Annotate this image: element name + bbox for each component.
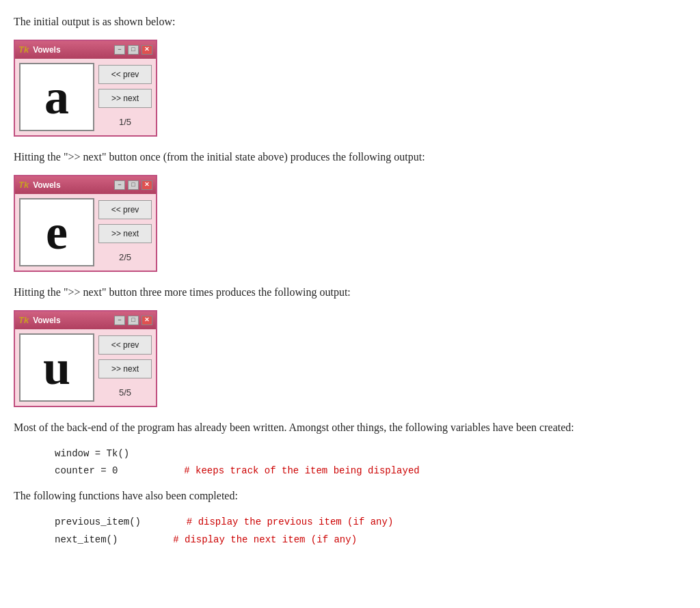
body-2: e << prev >> next 2/5 (15, 194, 156, 271)
window-1: Tk Vowels − □ ✕ a << prev >> next 1/5 (14, 40, 157, 137)
prev-btn-1[interactable]: << prev (98, 65, 152, 84)
code-next-comment: # display the next item (if any) (173, 534, 357, 545)
window-2: Tk Vowels − □ ✕ e << prev >> next 2/5 (14, 175, 157, 272)
minimize-btn-2[interactable]: − (114, 180, 125, 190)
code-counter-statement: counter = 0 (55, 465, 118, 476)
intro-text: The initial output is as shown below: (14, 14, 686, 30)
code-window-statement: window = Tk() (55, 448, 129, 459)
code-counter-comment: # keeps track of the item being displaye… (184, 465, 419, 476)
close-btn-3[interactable]: ✕ (142, 316, 152, 325)
body-3: u << prev >> next 5/5 (15, 329, 156, 406)
code-line-prev: previous_item() # display the previous i… (55, 514, 686, 531)
after-next-three-text: Hitting the ">> next" button three more … (14, 284, 686, 301)
code-prev-statement: previous_item() (55, 516, 141, 527)
prev-btn-2[interactable]: << prev (98, 200, 152, 219)
minimize-btn-1[interactable]: − (114, 45, 125, 55)
title-text-3: Vowels (33, 314, 111, 327)
close-btn-2[interactable]: ✕ (142, 180, 152, 190)
titlebar-3: Tk Vowels − □ ✕ (15, 312, 156, 329)
letter-display-3: u (43, 331, 70, 404)
window-3: Tk Vowels − □ ✕ u << prev >> next 5/5 (14, 310, 157, 407)
letter-display-2: e (46, 195, 68, 269)
minimize-btn-3[interactable]: − (114, 316, 125, 325)
titlebar-1: Tk Vowels − □ ✕ (15, 41, 156, 59)
close-btn-1[interactable]: ✕ (142, 45, 152, 55)
tk-icon-1: Tk (18, 43, 29, 57)
counter-1: 1/5 (98, 115, 152, 129)
controls-1: << prev >> next 1/5 (98, 63, 152, 131)
body-1: a << prev >> next 1/5 (15, 59, 156, 135)
title-text-1: Vowels (33, 44, 111, 56)
code-next-statement: next_item() (55, 534, 118, 545)
code-prev-comment: # display the previous item (if any) (187, 516, 393, 527)
counter-3: 5/5 (98, 386, 152, 400)
controls-2: << prev >> next 2/5 (98, 198, 152, 266)
after-next-once-text: Hitting the ">> next" button once (from … (14, 149, 686, 165)
next-btn-2[interactable]: >> next (98, 224, 152, 243)
letter-box-3: u (19, 333, 94, 402)
titlebar-2: Tk Vowels − □ ✕ (15, 176, 156, 194)
code-block-2: previous_item() # display the previous i… (55, 514, 686, 548)
letter-box-2: e (19, 198, 94, 266)
restore-btn-3[interactable]: □ (128, 316, 139, 325)
tk-icon-2: Tk (18, 178, 29, 192)
letter-box-1: a (19, 63, 94, 131)
functions-desc-text: The following functions have also been c… (14, 488, 686, 504)
title-text-2: Vowels (33, 179, 111, 191)
prev-btn-3[interactable]: << prev (98, 335, 152, 355)
restore-btn-2[interactable]: □ (128, 180, 139, 190)
code-line-window: window = Tk() (55, 445, 686, 462)
letter-display-1: a (44, 60, 69, 134)
counter-2: 2/5 (98, 251, 152, 264)
code-line-next: next_item() # display the next item (if … (55, 531, 686, 549)
code-block-1: window = Tk() counter = 0 # keeps track … (55, 445, 686, 480)
tk-icon-3: Tk (18, 314, 29, 327)
controls-3: << prev >> next 5/5 (98, 333, 152, 402)
next-btn-1[interactable]: >> next (98, 89, 152, 108)
next-btn-3[interactable]: >> next (98, 359, 152, 378)
restore-btn-1[interactable]: □ (128, 45, 139, 55)
backend-desc-text: Most of the back-end of the program has … (14, 419, 686, 436)
code-line-counter: counter = 0 # keeps track of the item be… (55, 462, 686, 480)
